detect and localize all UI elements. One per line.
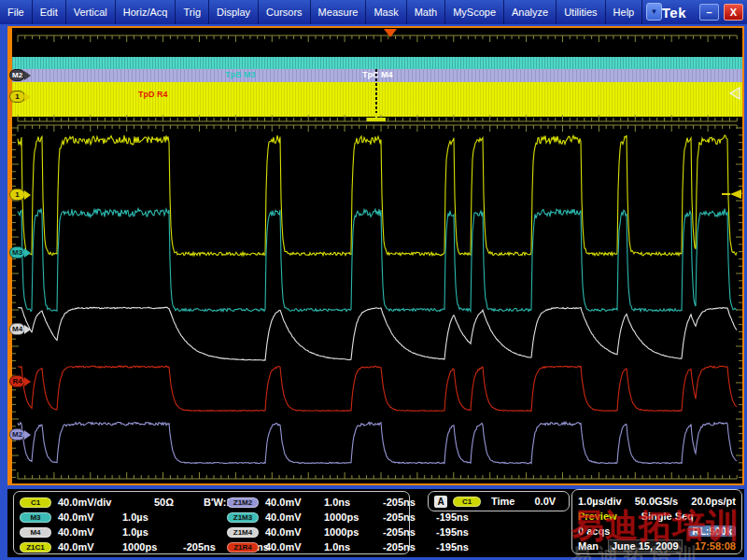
menu-item-measure[interactable]: Measure (311, 0, 367, 24)
channel-badge-z1r4[interactable]: Z1R4 (227, 542, 259, 553)
readout-field: -205ns (383, 541, 430, 553)
marker-arrow-icon (24, 377, 31, 386)
marker-pill: M2 (9, 428, 25, 441)
readout-field: 40.0mV (58, 511, 116, 523)
readout-field: -195ns (436, 541, 483, 553)
channel-badge-m3[interactable]: M3 (20, 512, 51, 523)
marker-arrow-icon (24, 71, 31, 80)
readout-field: 1000ps (324, 511, 376, 523)
readout-field: -205ns (383, 511, 430, 523)
menu-item-horizacq[interactable]: Horiz/Acq (116, 0, 176, 24)
sample-resolution: 20.0ps/pt (691, 496, 736, 507)
readout-field: 1000ps (122, 541, 176, 553)
trace-m2 (18, 422, 737, 463)
label-tpd-r4: TpD R4 (138, 90, 168, 99)
marker-m3[interactable]: M3 (9, 246, 31, 259)
minimize-button[interactable]: – (699, 4, 719, 21)
marker-m2[interactable]: M2 (9, 69, 31, 81)
marker-arrow-icon (24, 430, 31, 440)
record-length-badge: RL:500k (688, 525, 736, 537)
menubar-right: Tek–X (662, 0, 747, 24)
menu-bar: FileEditVerticalHoriz/AcqTrigDisplayCurs… (0, 0, 747, 24)
menu-item-math[interactable]: Math (407, 0, 445, 24)
horizontal-scale: 1.0µs/div (578, 496, 622, 507)
marker-r4[interactable]: R4 (9, 375, 31, 387)
readout-field: 1.0ns (324, 497, 376, 508)
marker-arrow-icon (24, 325, 31, 334)
sample-rate: 50.0GS/s (635, 496, 678, 507)
readout-row-z1m3: Z1M340.0mV1000ps-205ns-195ns (227, 510, 489, 525)
channel-badge-z1m3[interactable]: Z1M3 (227, 512, 259, 523)
marker-pill: M4 (9, 323, 25, 335)
readout-row-z1r4: Z1R440.0mV1.0ns-205ns-195ns (227, 539, 489, 554)
marker-arrow-icon (24, 190, 31, 200)
waveform-canvas (12, 28, 742, 483)
scope-display: TpB M3TpC M4TpD R4M211M3M4R4M2 (7, 26, 744, 485)
readout-field: 1.0µs (122, 511, 176, 523)
channel-badge-m4[interactable]: M4 (20, 527, 51, 538)
marker-m2[interactable]: M2 (9, 428, 31, 441)
readout-row-c1: C140.0mV/div50ΩB′W:18.0G (20, 495, 227, 510)
menu-item-file[interactable]: File (0, 0, 33, 24)
channel-badge-z1m2[interactable]: Z1M2 (227, 497, 259, 508)
date-display: June 15, 2009 (608, 539, 683, 553)
close-button[interactable]: X (724, 4, 743, 21)
channel-badge-c1[interactable]: C1 (20, 497, 51, 508)
readout-field: 40.0mV (265, 526, 317, 538)
channel-badge-z1m4[interactable]: Z1M4 (227, 527, 259, 538)
marker-arrow-icon (24, 248, 31, 258)
menu-item-mask[interactable]: Mask (366, 0, 406, 24)
readout-strip: C140.0mV/div50ΩB′W:18.0GM340.0mV1.0µsM44… (7, 489, 744, 557)
label-tpb-m3: TpB M3 (225, 70, 256, 79)
menu-item-vertical[interactable]: Vertical (66, 0, 116, 24)
trigger-position-icon (384, 29, 397, 37)
readout-field: 40.0mV (265, 497, 317, 508)
readout-field: 40.0mV/div (58, 497, 148, 508)
acq-sequence: Single Seq (641, 511, 694, 522)
marker-1[interactable]: 1 (9, 91, 31, 103)
readout-row-z1c1: Z1C140.0mV1000ps-205ns-195ns (20, 539, 227, 554)
readout-field: -205ns (383, 497, 430, 508)
menu-item-display[interactable]: Display (209, 0, 259, 24)
readout-field: 40.0mV (265, 511, 317, 523)
readout-row-m4: M440.0mV1.0µs (20, 525, 227, 539)
readout-field: 1.0ns (324, 541, 376, 553)
menu-item-help[interactable]: Help (606, 0, 643, 24)
trace-r4 (18, 366, 737, 412)
trigger-a-badge: A (434, 496, 447, 508)
readout-field: -195ns (436, 511, 483, 523)
menu-item-edit[interactable]: Edit (33, 0, 66, 24)
menu-item-utilities[interactable]: Utilities (557, 0, 605, 24)
trigger-type: Time (491, 496, 514, 507)
menu-item-trig[interactable]: Trig (176, 0, 209, 24)
trace-m4 (18, 307, 737, 360)
marker-m4[interactable]: M4 (9, 323, 31, 335)
menu-overflow-button[interactable]: ▼ (646, 3, 662, 21)
readout-field: -195ns (436, 526, 483, 538)
menu-item-cursors[interactable]: Cursors (259, 0, 311, 24)
trig-mode: Man (578, 540, 599, 552)
tek-logo: Tek (662, 5, 686, 21)
overview-right-arrow-icon (730, 88, 740, 99)
readout-field: 1.0µs (122, 526, 176, 538)
marker-1[interactable]: 1 (9, 189, 31, 201)
channel-badge-z1c1[interactable]: Z1C1 (20, 542, 51, 553)
trigger-level: 0.0V (534, 496, 556, 507)
trigger-source-badge[interactable]: C1 (453, 497, 481, 507)
zoom-position-handle[interactable] (367, 118, 386, 121)
menu-item-myscope[interactable]: MyScope (445, 0, 504, 24)
marker-pill: M3 (9, 246, 25, 259)
trace-ch1 (18, 135, 737, 256)
readout-field: -205ns (383, 526, 430, 538)
marker-pill: M2 (9, 69, 25, 81)
readout-row-m3: M340.0mV1.0µs (20, 510, 227, 525)
readout-row-z1m4: Z1M440.0mV1000ps-205ns-195ns (227, 525, 489, 539)
readout-field: 40.0mV (265, 541, 317, 553)
acq-count: 0 acqs (578, 525, 610, 537)
ch1-level-arrow-icon (730, 189, 741, 199)
readout-field: 1000ps (324, 526, 376, 538)
menu-item-analyze[interactable]: Analyze (504, 0, 557, 24)
horizontal-readout-panel: 1.0µs/div 50.0GS/s 20.0ps/pt Preview Sin… (571, 489, 742, 554)
scope-display-inner: TpB M3TpC M4TpD R4M211M3M4R4M2 (12, 28, 742, 483)
readout-field: 40.0mV (58, 541, 116, 553)
